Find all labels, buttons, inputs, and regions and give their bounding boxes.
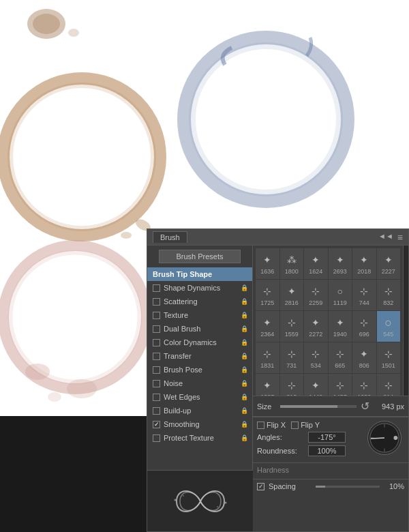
option-checkbox-11[interactable]: ✓ [153, 421, 160, 428]
brush-option-2[interactable]: Scattering🔒 [147, 295, 252, 308]
brush-icon-7: ✦ [282, 284, 301, 299]
brush-cell-5[interactable]: ✦2227 [377, 248, 401, 279]
brush-option-9[interactable]: Wet Edges🔒 [147, 390, 252, 404]
brush-icon-22: ✦ [354, 346, 374, 361]
brush-cell-21[interactable]: ⊹665 [329, 342, 352, 373]
brush-cell-1[interactable]: ⁂1800 [280, 248, 304, 279]
spacing-slider[interactable] [316, 486, 380, 488]
brush-cell-29[interactable]: ⊹914 [377, 374, 401, 396]
brush-cell-28[interactable]: ⊹1030 [352, 374, 376, 396]
flip-y-label: Flip Y [301, 421, 320, 429]
brush-cell-15[interactable]: ✦1940 [329, 311, 352, 342]
brush-icon-9: ○ [331, 284, 350, 299]
brush-cell-18[interactable]: ⊹1831 [256, 342, 279, 373]
option-checkbox-10[interactable] [153, 407, 160, 415]
option-label-11: Smoothing [164, 420, 200, 428]
roundness-label: Roundness: [257, 447, 308, 455]
brush-cell-3[interactable]: ✦2693 [329, 248, 352, 279]
brush-icon-1: ⁂ [282, 252, 301, 267]
size-slider[interactable] [280, 405, 357, 408]
option-checkbox-3[interactable] [153, 312, 160, 319]
brush-icon-15: ✦ [331, 315, 350, 330]
brush-option-5[interactable]: Color Dynamics🔒 [147, 336, 252, 349]
flip-y-option[interactable]: Flip Y [291, 421, 320, 429]
brush-cell-10[interactable]: ⊹744 [352, 280, 376, 310]
brush-cell-4[interactable]: ✦2018 [352, 248, 376, 279]
brush-cell-16[interactable]: ⊹696 [352, 311, 376, 342]
brush-cell-19[interactable]: ⊹731 [280, 342, 304, 373]
brush-cell-17[interactable]: ○545 [377, 311, 401, 342]
brush-num-21: 665 [335, 362, 345, 369]
brush-cell-23[interactable]: ⊹1501 [377, 342, 401, 373]
brush-cell-26[interactable]: ✦1449 [304, 374, 328, 396]
brush-option-3[interactable]: Texture🔒 [147, 308, 252, 322]
brush-num-7: 2816 [285, 299, 299, 306]
angle-dial[interactable] [367, 421, 402, 455]
brush-cell-22[interactable]: ✦806 [352, 342, 376, 373]
brush-icon-10: ⊹ [354, 284, 374, 299]
spacing-checkbox[interactable]: ✓ [257, 483, 264, 490]
panel-tab[interactable]: Brush [153, 231, 187, 243]
option-checkbox-12[interactable] [153, 434, 160, 442]
option-label-8: Noise [164, 379, 183, 387]
brush-num-25: 812 [286, 394, 297, 396]
brush-icon-17: ○ [379, 315, 398, 330]
option-checkbox-2[interactable] [153, 298, 160, 306]
brush-option-6[interactable]: Transfer🔒 [147, 349, 252, 363]
brush-cell-7[interactable]: ✦2816 [280, 280, 304, 310]
brush-icon-0: ✦ [258, 252, 277, 267]
option-checkbox-1[interactable] [153, 284, 160, 292]
angle-value[interactable]: -175° [308, 432, 346, 443]
angle-section: Flip X Flip Y Angles: -175° [253, 417, 408, 462]
brush-option-12[interactable]: Protect Texture🔒 [147, 431, 252, 445]
brush-option-8[interactable]: Noise🔒 [147, 376, 252, 390]
size-reset-icon[interactable]: ↺ [361, 400, 369, 413]
brush-option-0[interactable]: Brush Tip Shape [147, 267, 252, 281]
lock-icon-12: 🔒 [241, 434, 248, 441]
option-checkbox-6[interactable] [153, 353, 160, 360]
brush-cell-24[interactable]: ✦1207 [256, 374, 279, 396]
brush-icon-14: ✦ [306, 315, 325, 330]
brush-icon-20: ⊹ [306, 346, 325, 361]
option-checkbox-8[interactable] [153, 380, 160, 387]
flip-x-option[interactable]: Flip X [257, 421, 286, 429]
brush-num-2: 1624 [309, 268, 322, 275]
option-checkbox-4[interactable] [153, 325, 160, 333]
brush-option-7[interactable]: Brush Pose🔒 [147, 363, 252, 376]
option-checkbox-9[interactable] [153, 394, 160, 401]
brush-option-4[interactable]: Dual Brush🔒 [147, 322, 252, 336]
brush-cell-25[interactable]: ⊹812 [280, 374, 304, 396]
brush-presets-button[interactable]: Brush Presets [159, 250, 241, 263]
size-row: Size ↺ 943 px [253, 396, 408, 416]
option-checkbox-5[interactable] [153, 339, 160, 346]
brush-option-1[interactable]: Shape Dynamics🔒 [147, 281, 252, 295]
brush-cell-2[interactable]: ✦1624 [304, 248, 328, 279]
flip-y-checkbox[interactable] [291, 422, 299, 429]
option-checkbox-7[interactable] [153, 366, 160, 374]
brush-cell-11[interactable]: ⊹832 [377, 280, 401, 310]
svg-point-12 [67, 379, 97, 398]
brush-num-13: 1559 [285, 331, 299, 338]
brush-option-11[interactable]: ✓Smoothing🔒 [147, 417, 252, 431]
brush-icon-28: ⊹ [354, 378, 374, 393]
brush-option-10[interactable]: Build-up🔒 [147, 404, 252, 417]
brush-cell-8[interactable]: ⊹2259 [304, 280, 328, 310]
size-label: Size [257, 402, 276, 411]
brush-cell-12[interactable]: ✦2364 [256, 311, 279, 342]
brush-cell-14[interactable]: ✦2272 [304, 311, 328, 342]
lock-icon-10: 🔒 [241, 407, 248, 414]
brush-num-16: 696 [359, 331, 369, 338]
svg-point-24 [393, 436, 397, 440]
roundness-value[interactable]: 100% [308, 445, 346, 456]
angle-dial-container [367, 421, 402, 455]
brush-cell-9[interactable]: ○1119 [329, 280, 352, 310]
collapse-icon[interactable]: ◄◄ [378, 232, 393, 243]
brush-cell-6[interactable]: ⊹1725 [256, 280, 279, 310]
menu-icon[interactable]: ≡ [397, 232, 403, 243]
brush-cell-0[interactable]: ✦1636 [256, 248, 279, 279]
flip-x-checkbox[interactable] [257, 422, 264, 429]
option-label-9: Wet Edges [164, 393, 200, 401]
brush-cell-13[interactable]: ⊹1559 [280, 311, 304, 342]
brush-cell-27[interactable]: ⊹1457 [329, 374, 352, 396]
brush-cell-20[interactable]: ⊹534 [304, 342, 328, 373]
